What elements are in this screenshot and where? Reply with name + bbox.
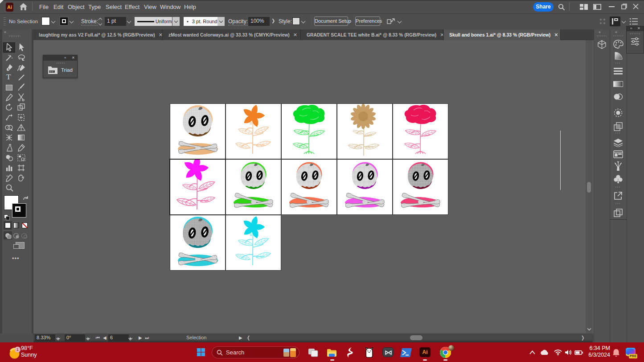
svg-text:1: 1 (16, 347, 19, 352)
